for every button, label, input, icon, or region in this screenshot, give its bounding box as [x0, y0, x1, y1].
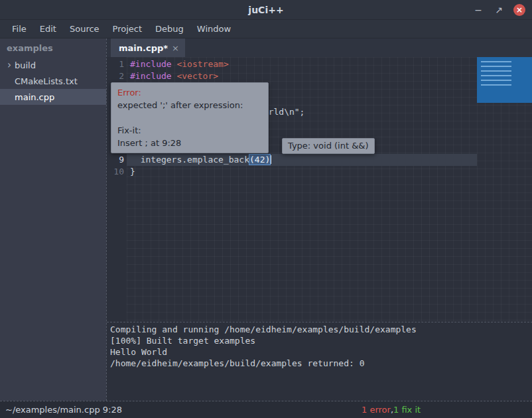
minimize-icon[interactable]: −: [472, 4, 484, 16]
line-number: 10: [107, 166, 124, 178]
sidebar-item-main-cpp[interactable]: main.cpp: [0, 89, 106, 105]
terminal-line-4: /home/eidheim/examples/build/examples re…: [110, 358, 532, 369]
code-text: #include <iostream>: [130, 58, 229, 70]
code-line-10[interactable]: 10}: [107, 166, 532, 178]
type-tooltip: Type: void (int &&): [282, 138, 375, 154]
window-buttons: − ↗ ×: [472, 0, 525, 20]
menu-item-edit[interactable]: Edit: [33, 21, 63, 36]
code-segment: integers.: [130, 155, 187, 165]
file-tree: ›buildCMakeLists.txtmain.cpp: [0, 57, 106, 105]
menu-item-project[interactable]: Project: [106, 21, 149, 36]
terminal-line-1: Compiling and running /home/eidheim/exam…: [110, 324, 532, 335]
code-segment: emplace_back: [187, 155, 249, 165]
code-line-2[interactable]: 2#include <vector>: [107, 70, 532, 82]
line-number: 1: [107, 58, 124, 70]
terminal-line-3: Hello World: [110, 346, 532, 358]
tooltip-fixit-title: Fix-it:: [117, 124, 262, 137]
file-tree-sidebar: examples ›buildCMakeLists.txtmain.cpp: [0, 38, 106, 401]
tabbar: main.cpp* ×: [107, 38, 532, 57]
menu-item-file[interactable]: File: [5, 21, 33, 36]
code-segment: <iostream>: [176, 59, 228, 69]
tab-close-icon[interactable]: ×: [172, 43, 185, 53]
tooltip-error-title: Error:: [117, 86, 262, 99]
tooltip-blank-line: [117, 111, 262, 124]
expander-chevron-icon[interactable]: ›: [4, 60, 15, 70]
terminal-line-2: [100%] Built target examples: [110, 335, 532, 346]
code-segment: <vector>: [176, 71, 218, 81]
sidebar-item-label: build: [15, 60, 36, 70]
project-folder-label: examples: [0, 38, 106, 57]
sidebar-item-label: CMakeLists.txt: [15, 76, 78, 86]
juci-window: juCi++ − ↗ × FileEditSourceProjectDebugW…: [0, 0, 532, 418]
minimap-slider[interactable]: [477, 57, 532, 103]
line-number: 2: [107, 70, 124, 82]
code-text: integers.emplace_back(42): [130, 154, 271, 166]
status-diagnostics: 1 error , 1 fix it: [362, 405, 421, 415]
editor-pane: main.cpp* × 1#include <iostream>2#includ…: [106, 38, 532, 401]
line-number: 9: [107, 154, 124, 166]
sidebar-item-cmakelists-txt[interactable]: CMakeLists.txt: [0, 73, 106, 89]
code-line-9[interactable]: 9 integers.emplace_back(42): [107, 154, 532, 166]
source-editor[interactable]: 1#include <iostream>2#include <vector>34…: [107, 57, 532, 322]
text-caret: [270, 155, 271, 164]
sidebar-item-label: main.cpp: [15, 92, 54, 102]
code-segment: #include: [130, 71, 176, 81]
code-segment: }: [130, 167, 135, 176]
terminal-output[interactable]: Compiling and running /home/eidheim/exam…: [107, 322, 532, 401]
status-file-position: ~/examples/main.cpp 9:28: [0, 405, 122, 415]
code-segment: (42): [249, 155, 270, 165]
code-text: }: [130, 166, 135, 178]
diagnostic-tooltip: Error: expected ';' after expression: Fi…: [111, 82, 269, 153]
restore-icon[interactable]: ↗: [493, 4, 505, 16]
status-fixit-count: 1 fix it: [393, 405, 421, 415]
statusbar: ~/examples/main.cpp 9:28 1 error , 1 fix…: [0, 401, 532, 418]
code-line-1[interactable]: 1#include <iostream>: [107, 58, 532, 70]
tab-main-cpp[interactable]: main.cpp* ×: [111, 38, 185, 57]
close-icon[interactable]: ×: [513, 4, 525, 16]
sidebar-item-build[interactable]: ›build: [0, 57, 106, 73]
titlebar: juCi++ − ↗ ×: [0, 0, 532, 20]
menubar: FileEditSourceProjectDebugWindow: [0, 20, 532, 38]
menu-item-window[interactable]: Window: [190, 21, 237, 36]
code-segment: #include: [130, 59, 176, 69]
code-text: #include <vector>: [130, 70, 218, 82]
tooltip-error-message: expected ';' after expression:: [117, 99, 262, 111]
tooltip-fixit-message: Insert ; at 9:28: [117, 137, 262, 149]
status-error-count: 1 error: [362, 405, 391, 415]
window-title: juCi++: [248, 5, 283, 15]
menu-item-debug[interactable]: Debug: [149, 21, 190, 36]
tab-label: main.cpp*: [111, 43, 172, 53]
menu-item-source[interactable]: Source: [63, 21, 106, 36]
